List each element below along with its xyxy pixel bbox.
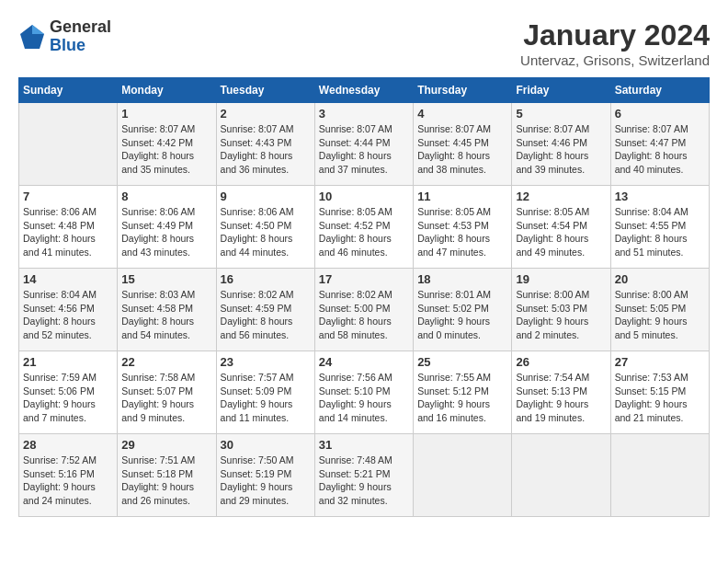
day-info: Sunrise: 8:07 AMSunset: 4:43 PMDaylight:… <box>221 122 311 177</box>
day-info: Sunrise: 7:54 AMSunset: 5:13 PMDaylight:… <box>516 371 606 425</box>
calendar-day-cell: 29Sunrise: 7:51 AMSunset: 5:18 PMDayligh… <box>118 434 216 517</box>
day-number: 22 <box>121 355 211 369</box>
day-info: Sunrise: 8:06 AMSunset: 4:48 PMDaylight:… <box>23 205 113 259</box>
day-number: 13 <box>615 190 705 203</box>
calendar-day-cell: 15Sunrise: 8:03 AMSunset: 4:58 PMDayligh… <box>118 269 216 351</box>
day-info: Sunrise: 8:07 AMSunset: 4:44 PMDaylight:… <box>319 122 409 177</box>
calendar-day-cell: 5Sunrise: 8:07 AMSunset: 4:46 PMDaylight… <box>512 103 610 186</box>
logo-general-text: General <box>50 18 111 37</box>
day-info: Sunrise: 7:51 AMSunset: 5:18 PMDaylight:… <box>121 454 211 508</box>
calendar-week-row: 21Sunrise: 7:59 AMSunset: 5:06 PMDayligh… <box>19 351 710 434</box>
calendar-day-cell <box>512 434 610 517</box>
calendar-day-cell: 25Sunrise: 7:55 AMSunset: 5:12 PMDayligh… <box>414 351 512 434</box>
calendar-day-cell: 14Sunrise: 8:04 AMSunset: 4:56 PMDayligh… <box>19 269 118 351</box>
day-number: 28 <box>23 438 113 452</box>
day-number: 31 <box>319 438 409 452</box>
calendar-day-cell: 22Sunrise: 7:58 AMSunset: 5:07 PMDayligh… <box>118 351 216 434</box>
calendar-week-row: 14Sunrise: 8:04 AMSunset: 4:56 PMDayligh… <box>19 269 710 351</box>
calendar-day-cell <box>610 434 709 517</box>
day-number: 4 <box>417 107 507 121</box>
day-number: 23 <box>221 355 311 369</box>
calendar-day-cell: 8Sunrise: 8:06 AMSunset: 4:49 PMDaylight… <box>118 186 216 269</box>
calendar-day-cell: 17Sunrise: 8:02 AMSunset: 5:00 PMDayligh… <box>314 269 413 351</box>
day-info: Sunrise: 7:55 AMSunset: 5:12 PMDaylight:… <box>417 371 507 425</box>
day-info: Sunrise: 7:50 AMSunset: 5:19 PMDaylight:… <box>221 454 311 508</box>
day-number: 5 <box>516 107 606 121</box>
day-number: 24 <box>319 355 409 369</box>
day-info: Sunrise: 8:07 AMSunset: 4:42 PMDaylight:… <box>121 122 211 177</box>
day-info: Sunrise: 8:02 AMSunset: 5:00 PMDaylight:… <box>319 288 409 342</box>
day-info: Sunrise: 8:04 AMSunset: 4:56 PMDaylight:… <box>23 288 113 342</box>
day-number: 21 <box>23 355 113 369</box>
day-info: Sunrise: 8:07 AMSunset: 4:45 PMDaylight:… <box>417 122 507 177</box>
day-info: Sunrise: 8:00 AMSunset: 5:03 PMDaylight:… <box>516 288 606 342</box>
day-number: 8 <box>121 190 211 203</box>
day-info: Sunrise: 7:53 AMSunset: 5:15 PMDaylight:… <box>615 371 705 425</box>
day-number: 12 <box>516 190 606 203</box>
day-number: 18 <box>417 272 507 286</box>
day-number: 19 <box>516 272 606 286</box>
day-info: Sunrise: 8:03 AMSunset: 4:58 PMDaylight:… <box>121 288 211 342</box>
logo-text: General Blue <box>50 18 111 55</box>
day-number: 2 <box>221 107 311 121</box>
calendar-day-cell: 19Sunrise: 8:00 AMSunset: 5:03 PMDayligh… <box>512 269 610 351</box>
day-info: Sunrise: 8:05 AMSunset: 4:54 PMDaylight:… <box>516 205 606 259</box>
calendar-day-cell <box>414 434 512 517</box>
day-of-week-header: Friday <box>512 78 610 103</box>
day-info: Sunrise: 8:07 AMSunset: 4:47 PMDaylight:… <box>615 122 705 177</box>
day-number: 17 <box>319 272 409 286</box>
calendar-day-cell <box>19 103 118 186</box>
day-number: 20 <box>615 272 705 286</box>
calendar-day-cell: 11Sunrise: 8:05 AMSunset: 4:53 PMDayligh… <box>414 186 512 269</box>
calendar-day-cell: 12Sunrise: 8:05 AMSunset: 4:54 PMDayligh… <box>512 186 610 269</box>
day-info: Sunrise: 7:57 AMSunset: 5:09 PMDaylight:… <box>221 371 311 425</box>
day-number: 27 <box>615 355 705 369</box>
day-info: Sunrise: 8:05 AMSunset: 4:53 PMDaylight:… <box>417 205 507 259</box>
logo: General Blue <box>18 18 111 55</box>
day-number: 16 <box>221 272 311 286</box>
logo-blue-text: Blue <box>50 37 111 55</box>
calendar-table: SundayMondayTuesdayWednesdayThursdayFrid… <box>18 77 710 517</box>
day-number: 9 <box>221 190 311 203</box>
location-subtitle: Untervaz, Grisons, Switzerland <box>520 52 710 68</box>
day-info: Sunrise: 7:48 AMSunset: 5:21 PMDaylight:… <box>319 454 409 508</box>
day-number: 29 <box>121 438 211 452</box>
calendar-day-cell: 18Sunrise: 8:01 AMSunset: 5:02 PMDayligh… <box>414 269 512 351</box>
calendar-day-cell: 4Sunrise: 8:07 AMSunset: 4:45 PMDaylight… <box>414 103 512 186</box>
calendar-day-cell: 21Sunrise: 7:59 AMSunset: 5:06 PMDayligh… <box>19 351 118 434</box>
calendar-day-cell: 23Sunrise: 7:57 AMSunset: 5:09 PMDayligh… <box>216 351 314 434</box>
page-header: General Blue January 2024 Untervaz, Gris… <box>18 18 710 68</box>
calendar-day-cell: 26Sunrise: 7:54 AMSunset: 5:13 PMDayligh… <box>512 351 610 434</box>
day-number: 14 <box>23 272 113 286</box>
day-info: Sunrise: 8:04 AMSunset: 4:55 PMDaylight:… <box>615 205 705 259</box>
day-number: 11 <box>417 190 507 203</box>
calendar-day-cell: 27Sunrise: 7:53 AMSunset: 5:15 PMDayligh… <box>610 351 709 434</box>
day-number: 25 <box>417 355 507 369</box>
calendar-day-cell: 1Sunrise: 8:07 AMSunset: 4:42 PMDaylight… <box>118 103 216 186</box>
calendar-day-cell: 16Sunrise: 8:02 AMSunset: 4:59 PMDayligh… <box>216 269 314 351</box>
day-info: Sunrise: 7:58 AMSunset: 5:07 PMDaylight:… <box>121 371 211 425</box>
day-number: 26 <box>516 355 606 369</box>
calendar-day-cell: 2Sunrise: 8:07 AMSunset: 4:43 PMDaylight… <box>216 103 314 186</box>
day-number: 10 <box>319 190 409 203</box>
day-of-week-header: Thursday <box>414 78 512 103</box>
day-info: Sunrise: 8:06 AMSunset: 4:49 PMDaylight:… <box>121 205 211 259</box>
day-of-week-header: Wednesday <box>314 78 413 103</box>
calendar-day-cell: 9Sunrise: 8:06 AMSunset: 4:50 PMDaylight… <box>216 186 314 269</box>
day-info: Sunrise: 7:56 AMSunset: 5:10 PMDaylight:… <box>319 371 409 425</box>
calendar-week-row: 7Sunrise: 8:06 AMSunset: 4:48 PMDaylight… <box>19 186 710 269</box>
month-title: January 2024 <box>520 18 710 52</box>
calendar-day-cell: 24Sunrise: 7:56 AMSunset: 5:10 PMDayligh… <box>314 351 413 434</box>
day-info: Sunrise: 8:02 AMSunset: 4:59 PMDaylight:… <box>221 288 311 342</box>
svg-marker-1 <box>32 25 44 34</box>
day-number: 6 <box>615 107 705 121</box>
day-number: 15 <box>121 272 211 286</box>
calendar-week-row: 28Sunrise: 7:52 AMSunset: 5:16 PMDayligh… <box>19 434 710 517</box>
day-of-week-header: Saturday <box>610 78 709 103</box>
calendar-day-cell: 13Sunrise: 8:04 AMSunset: 4:55 PMDayligh… <box>610 186 709 269</box>
day-number: 7 <box>23 190 113 203</box>
day-info: Sunrise: 7:52 AMSunset: 5:16 PMDaylight:… <box>23 454 113 508</box>
day-info: Sunrise: 8:05 AMSunset: 4:52 PMDaylight:… <box>319 205 409 259</box>
calendar-day-cell: 6Sunrise: 8:07 AMSunset: 4:47 PMDaylight… <box>610 103 709 186</box>
calendar-day-cell: 31Sunrise: 7:48 AMSunset: 5:21 PMDayligh… <box>314 434 413 517</box>
